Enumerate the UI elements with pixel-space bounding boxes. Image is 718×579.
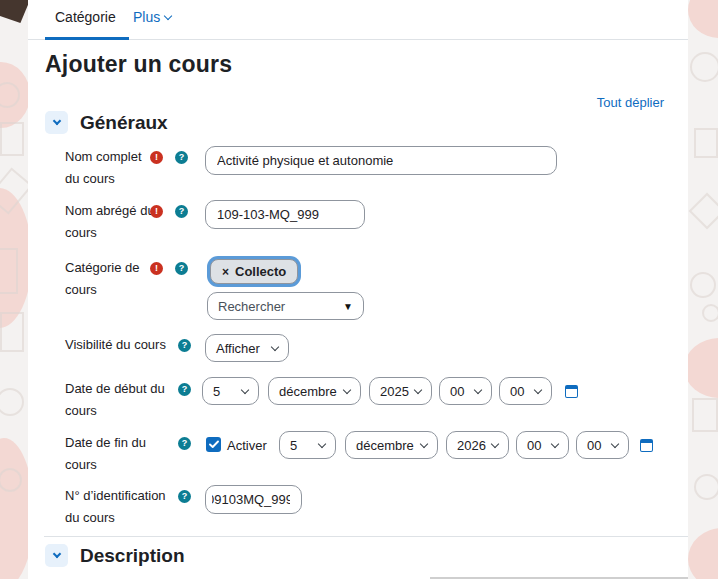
section-general-title: Généraux — [80, 112, 168, 134]
help-icon[interactable]: ? — [175, 262, 188, 275]
end-month-select[interactable]: décembre — [345, 431, 438, 459]
expand-all-link[interactable]: Tout déplier — [597, 95, 664, 110]
chevron-down-icon — [52, 117, 60, 125]
chevron-down-icon — [343, 385, 351, 393]
background-doodle — [0, 248, 18, 294]
check-icon — [209, 440, 219, 449]
category-search-placeholder: Rechercher — [218, 299, 285, 314]
end-month-value: décembre — [356, 438, 414, 453]
enddate-label: Date de fin du cours — [65, 432, 177, 476]
selected-category-chip: × Collecto — [210, 259, 298, 284]
page-title: Ajouter un cours — [45, 51, 232, 78]
enddate-enable-label: Activer — [227, 438, 267, 453]
start-year-select[interactable]: 2025 — [369, 377, 432, 405]
background-doodle — [690, 272, 716, 298]
help-icon[interactable]: ? — [178, 490, 191, 503]
chevron-down-icon — [241, 385, 249, 393]
category-search-combobox[interactable]: Rechercher ▼ — [207, 292, 364, 320]
background-doodle — [0, 122, 24, 156]
help-icon[interactable]: ? — [178, 437, 191, 450]
chevron-down-icon — [271, 342, 279, 350]
selected-category-label: Collecto — [235, 264, 286, 279]
help-icon[interactable]: ? — [178, 383, 191, 396]
start-month-value: décembre — [279, 384, 337, 399]
background-doodle — [702, 304, 718, 322]
chevron-down-icon — [318, 439, 326, 447]
background-doodle — [694, 474, 718, 500]
visibility-select[interactable]: Afficher — [205, 334, 289, 362]
dropdown-arrow-icon: ▼ — [343, 301, 353, 312]
tab-more[interactable]: Plus — [133, 9, 171, 25]
background-doodle — [692, 398, 718, 432]
end-day-value: 5 — [290, 438, 297, 453]
end-year-value: 2026 — [457, 438, 486, 453]
start-hour-select[interactable]: 00 — [439, 377, 492, 405]
tab-more-label: Plus — [133, 9, 160, 25]
required-icon: ! — [150, 151, 163, 164]
start-calendar-button[interactable] — [565, 384, 580, 399]
end-minute-select[interactable]: 00 — [576, 431, 629, 459]
calendar-icon — [565, 385, 578, 398]
chevron-down-icon — [534, 385, 542, 393]
background-doodle — [689, 193, 718, 230]
pattern-blob — [684, 338, 718, 398]
chevron-down-icon — [474, 385, 482, 393]
enddate-enable-checkbox[interactable] — [206, 437, 221, 452]
chevron-down-icon — [551, 439, 559, 447]
tab-category[interactable]: Catégorie — [55, 9, 116, 25]
visibility-value: Afficher — [216, 341, 260, 356]
end-hour-select[interactable]: 00 — [516, 431, 569, 459]
chevron-down-icon — [420, 439, 428, 447]
remove-category-icon[interactable]: × — [222, 265, 229, 279]
chevron-down-icon — [414, 385, 422, 393]
end-minute-value: 00 — [587, 438, 601, 453]
visibility-label: Visibilité du cours — [65, 334, 177, 356]
pattern-blob — [688, 0, 718, 38]
content-card: Catégorie Plus Ajouter un cours Tout dép… — [28, 0, 688, 579]
end-day-select[interactable]: 5 — [279, 431, 336, 459]
help-icon[interactable]: ? — [175, 151, 188, 164]
end-year-select[interactable]: 2026 — [446, 431, 509, 459]
start-day-select[interactable]: 5 — [202, 377, 259, 405]
pattern-blob — [688, 528, 718, 579]
chevron-down-icon — [164, 11, 172, 19]
section-general-header: Généraux — [45, 111, 168, 134]
help-icon[interactable]: ? — [178, 339, 191, 352]
required-icon: ! — [150, 262, 163, 275]
end-hour-value: 00 — [527, 438, 541, 453]
section-divider — [44, 536, 688, 537]
section-description-header: Description — [45, 544, 185, 567]
chevron-down-icon — [491, 439, 499, 447]
chevron-down-icon — [52, 550, 60, 558]
section-description-title: Description — [80, 545, 185, 567]
collapse-general-button[interactable] — [45, 111, 68, 134]
start-month-select[interactable]: décembre — [268, 377, 361, 405]
shortname-input[interactable] — [205, 200, 365, 229]
startdate-label: Date de début du cours — [65, 378, 177, 422]
collapse-description-button[interactable] — [45, 544, 68, 567]
idnumber-input[interactable] — [205, 485, 302, 514]
start-minute-select[interactable]: 00 — [499, 377, 552, 405]
start-minute-value: 00 — [510, 384, 524, 399]
calendar-icon — [640, 439, 653, 452]
start-hour-value: 00 — [450, 384, 464, 399]
start-year-value: 2025 — [380, 384, 409, 399]
end-calendar-button[interactable] — [640, 438, 655, 453]
required-icon: ! — [150, 205, 163, 218]
start-day-value: 5 — [213, 384, 220, 399]
background-doodle — [694, 128, 718, 158]
active-tab-indicator — [45, 37, 129, 40]
corner-illustration — [0, 0, 30, 26]
help-icon[interactable]: ? — [175, 205, 188, 218]
background-doodle — [0, 388, 24, 416]
idnumber-label: N° d’identification du cours — [65, 485, 177, 529]
tab-bar: Catégorie Plus — [28, 0, 688, 40]
background-doodle — [0, 312, 24, 352]
chevron-down-icon — [611, 439, 619, 447]
background-doodle — [690, 52, 718, 82]
fullname-input[interactable] — [205, 146, 557, 175]
